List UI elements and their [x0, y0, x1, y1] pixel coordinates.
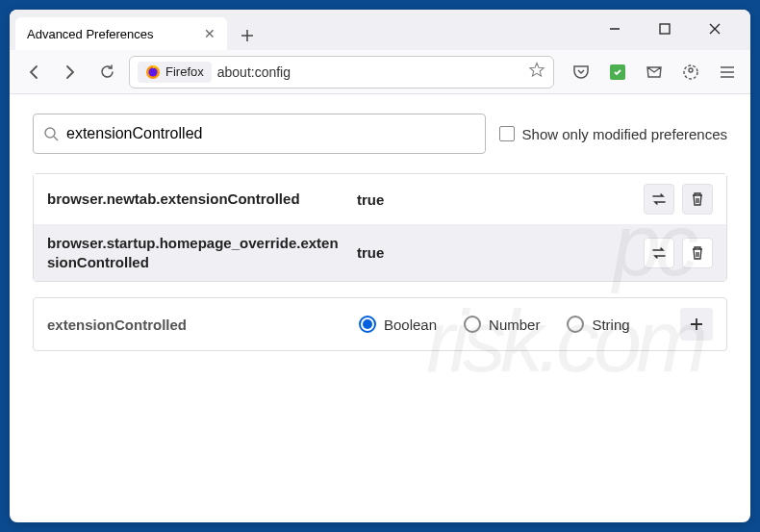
plus-icon: [689, 317, 704, 332]
toolbar: Firefox about:config: [10, 50, 750, 94]
identity-label: Firefox: [165, 64, 204, 79]
bookmark-button[interactable]: [528, 62, 545, 83]
toggle-icon: [650, 190, 668, 208]
identity-pill[interactable]: Firefox: [138, 62, 212, 83]
preference-name: browser.newtab.extensionControlled: [47, 190, 345, 209]
trash-icon: [690, 245, 705, 261]
config-content: Show only modified preferences browser.n…: [10, 94, 750, 522]
trash-icon: [690, 191, 705, 207]
checkbox-icon: [499, 126, 515, 141]
arrow-left-icon: [25, 63, 42, 81]
svg-point-5: [689, 68, 693, 72]
svg-point-6: [45, 128, 55, 138]
radio-icon: [359, 316, 376, 333]
maximize-button[interactable]: [648, 15, 681, 42]
pocket-button[interactable]: [568, 59, 595, 86]
toggle-button[interactable]: [644, 238, 674, 268]
radio-icon: [464, 316, 481, 333]
reload-button[interactable]: [92, 58, 121, 87]
inbox-button[interactable]: [641, 59, 668, 86]
preferences-list: browser.newtab.extensionControlled true …: [33, 173, 727, 282]
create-name: extensionControlled: [47, 317, 345, 333]
tab-title: Advanced Preferences: [27, 27, 154, 41]
preference-row: browser.newtab.extensionControlled true: [34, 174, 726, 224]
extension-button[interactable]: [604, 59, 631, 86]
close-icon[interactable]: ✕: [204, 26, 215, 41]
plus-icon: [241, 29, 254, 42]
extension-icon: [610, 64, 625, 80]
type-radio-group: Boolean Number String: [359, 316, 667, 333]
radio-boolean[interactable]: Boolean: [359, 316, 437, 333]
create-preference-row: extensionControlled Boolean Number Strin…: [33, 297, 727, 351]
search-box[interactable]: [33, 114, 486, 154]
tab-active[interactable]: Advanced Preferences ✕: [15, 17, 227, 50]
back-button[interactable]: [19, 58, 48, 87]
show-modified-label: Show only modified preferences: [522, 126, 727, 142]
firefox-icon: [145, 64, 161, 80]
search-icon: [43, 126, 59, 141]
arrow-right-icon: [62, 63, 79, 81]
tab-bar: Advanced Preferences ✕: [10, 10, 750, 50]
reload-icon: [99, 63, 115, 80]
radio-string[interactable]: String: [567, 316, 629, 333]
radio-number[interactable]: Number: [464, 316, 540, 333]
account-icon: [682, 63, 699, 81]
show-modified-checkbox[interactable]: Show only modified preferences: [499, 126, 727, 142]
preference-value: true: [357, 191, 632, 208]
add-button[interactable]: [680, 308, 713, 341]
delete-button[interactable]: [682, 238, 713, 268]
toggle-button[interactable]: [644, 184, 674, 215]
star-icon: [528, 62, 545, 79]
radio-label: String: [592, 317, 629, 333]
menu-button[interactable]: [714, 59, 741, 86]
address-bar[interactable]: Firefox about:config: [129, 56, 554, 89]
search-input[interactable]: [66, 125, 475, 142]
account-button[interactable]: [677, 59, 704, 86]
minimize-button[interactable]: [598, 15, 631, 42]
preference-row: browser.startup.homepage_override.extens…: [34, 224, 726, 281]
inbox-icon: [646, 63, 663, 81]
radio-label: Boolean: [384, 317, 437, 333]
svg-rect-0: [660, 24, 670, 34]
delete-button[interactable]: [682, 184, 713, 215]
forward-button[interactable]: [56, 58, 85, 87]
preference-value: true: [357, 244, 632, 261]
preference-name: browser.startup.homepage_override.extens…: [47, 234, 345, 271]
new-tab-button[interactable]: [233, 21, 262, 50]
close-window-button[interactable]: [698, 15, 731, 42]
radio-icon: [567, 316, 584, 333]
pocket-icon: [572, 63, 590, 81]
url-text: about:config: [217, 64, 291, 80]
hamburger-icon: [720, 64, 735, 80]
toggle-icon: [650, 244, 668, 262]
radio-label: Number: [489, 317, 540, 333]
